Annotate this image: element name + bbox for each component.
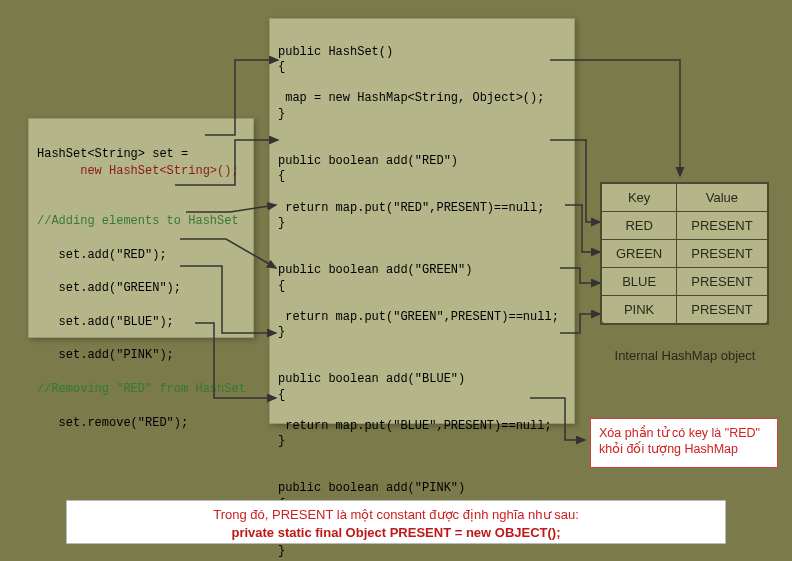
brace: } <box>278 325 566 341</box>
code-line: set.add("RED"); <box>37 248 167 262</box>
code-line: set.remove("RED"); <box>37 416 188 430</box>
cell-value: PRESENT <box>677 212 768 240</box>
brace: { <box>278 388 566 404</box>
note-line: private static final Object PRESENT = ne… <box>77 524 715 542</box>
hashmap-caption: Internal HashMap object <box>600 348 770 363</box>
cell-value: PRESENT <box>677 296 768 325</box>
method-sig: public boolean add("GREEN") <box>278 263 472 277</box>
cell-key: BLUE <box>601 268 677 296</box>
brace: } <box>278 544 566 560</box>
hashmap-table: Key Value RED PRESENT GREEN PRESENT BLUE… <box>600 182 769 325</box>
annotation-line: Xóa phần tử có key là "RED" <box>599 425 769 441</box>
brace: } <box>278 434 566 450</box>
present-definition-note: Trong đó, PRESENT là một constant được đ… <box>66 500 726 544</box>
brace: { <box>278 279 566 295</box>
cell-value: PRESENT <box>677 268 768 296</box>
code-line: HashSet<String> set = <box>37 147 188 161</box>
client-code-box: HashSet<String> set = new HashSet<String… <box>28 118 254 338</box>
table-row: GREEN PRESENT <box>601 240 768 268</box>
table-row: RED PRESENT <box>601 212 768 240</box>
brace: { <box>278 169 566 185</box>
cell-key: RED <box>601 212 677 240</box>
table-row: BLUE PRESENT <box>601 268 768 296</box>
cell-value: PRESENT <box>677 240 768 268</box>
method-body: map = new HashMap<String, Object>(); <box>278 91 544 105</box>
header-key: Key <box>601 183 677 212</box>
table-header-row: Key Value <box>601 183 768 212</box>
code-comment: //Adding elements to HashSet <box>37 214 239 228</box>
method-sig: public boolean add("RED") <box>278 154 458 168</box>
note-line: Trong đó, PRESENT là một constant được đ… <box>77 506 715 524</box>
brace: } <box>278 216 566 232</box>
hashset-internal-code-box: public HashSet() { map = new HashMap<Str… <box>269 18 575 424</box>
method-sig: public HashSet() <box>278 45 393 59</box>
method-body: return map.put("RED",PRESENT)==null; <box>278 201 544 215</box>
code-comment: //Removing "RED" from HashSet <box>37 382 246 396</box>
remove-annotation: Xóa phần tử có key là "RED" khỏi đối tượ… <box>590 418 778 468</box>
code-line: new HashSet<String>(); <box>37 163 245 180</box>
code-line: set.add("GREEN"); <box>37 281 181 295</box>
method-sig: public boolean add("BLUE") <box>278 372 465 386</box>
code-line: set.add("PINK"); <box>37 348 174 362</box>
annotation-line: khỏi đối tượng HashMap <box>599 441 769 457</box>
brace: { <box>278 60 566 76</box>
method-body: return map.put("GREEN",PRESENT)==null; <box>278 310 559 324</box>
method-sig: public boolean add("PINK") <box>278 481 465 495</box>
method-body: return map.put("BLUE",PRESENT)==null; <box>278 419 552 433</box>
header-value: Value <box>677 183 768 212</box>
cell-key: GREEN <box>601 240 677 268</box>
code-line: set.add("BLUE"); <box>37 315 174 329</box>
table-row: PINK PRESENT <box>601 296 768 325</box>
brace: } <box>278 107 566 123</box>
cell-key: PINK <box>601 296 677 325</box>
